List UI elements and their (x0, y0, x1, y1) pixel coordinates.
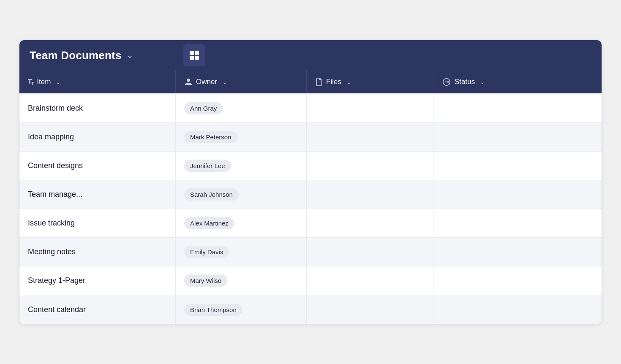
table-row: Strategy 1-Pager Mary Wilso (19, 266, 602, 295)
table-row: Idea mapping Mark Peterson (19, 123, 602, 152)
owner-cell: Jennifer Lee (176, 152, 307, 180)
svg-rect-3 (195, 56, 199, 60)
column-files-label: Files (326, 78, 341, 86)
owner-badge: Sarah Johnson (184, 188, 239, 201)
title-section: Team Documents ⌄ (19, 40, 180, 71)
owner-cell: Mary Wilso (176, 266, 307, 295)
status-col-chevron-icon[interactable]: ⌄ (480, 79, 485, 85)
owner-cell: Sarah Johnson (176, 180, 307, 209)
owner-cell: Alex Martinez (176, 209, 307, 237)
status-cell (433, 94, 602, 122)
item-name: Team manage... (28, 190, 82, 199)
item-name: Idea mapping (28, 133, 74, 141)
file-icon (315, 78, 323, 86)
title-chevron-icon[interactable]: ⌄ (127, 51, 133, 60)
owner-col-chevron-icon[interactable]: ⌄ (222, 79, 227, 85)
owner-cell: Emily Davis (176, 238, 307, 266)
files-col-chevron-icon[interactable]: ⌄ (346, 79, 351, 85)
item-cell: Issue tracking (19, 209, 176, 237)
item-cell: Content calendar (19, 295, 176, 324)
owner-cell: Brian Thompson (176, 295, 307, 324)
item-name: Content designs (28, 161, 83, 170)
files-cell (307, 266, 433, 295)
files-cell (307, 295, 433, 324)
table-row: Brainstorm deck Ann Gray (19, 94, 602, 123)
owner-badge: Ann Gray (184, 102, 223, 114)
owner-badge: Jennifer Lee (184, 160, 231, 172)
status-cell (433, 266, 602, 295)
status-cell (433, 238, 602, 266)
item-cell: Content designs (19, 152, 176, 180)
table-body: Brainstorm deck Ann Gray Idea mapping Ma… (19, 94, 602, 324)
person-icon (184, 78, 193, 86)
item-cell: Meeting notes (19, 238, 176, 266)
files-cell (307, 123, 433, 151)
table-row: Meeting notes Emily Davis (19, 238, 602, 266)
column-header-owner[interactable]: Owner ⌄ (176, 71, 307, 93)
status-cell (433, 152, 602, 180)
item-name: Issue tracking (28, 219, 75, 228)
table-row: Content designs Jennifer Lee (19, 152, 602, 180)
files-cell (307, 152, 433, 180)
svg-rect-2 (190, 56, 194, 60)
files-cell (307, 94, 433, 122)
item-name: Meeting notes (28, 247, 76, 256)
status-cell (433, 295, 602, 324)
item-name: Content calendar (28, 305, 86, 314)
column-status-label: Status (455, 78, 475, 86)
status-icon (442, 77, 451, 87)
column-header-files[interactable]: Files ⌄ (307, 71, 433, 93)
status-cell (433, 180, 602, 209)
column-header-item[interactable]: TT Item ⌄ (19, 71, 176, 93)
grid-icon (189, 50, 200, 61)
files-cell (307, 238, 433, 266)
column-owner-label: Owner (196, 78, 217, 86)
owner-badge: Emily Davis (184, 246, 229, 258)
svg-point-5 (448, 81, 449, 82)
column-headers: TT Item ⌄ Owner ⌄ Files ⌄ Status (19, 71, 602, 94)
column-header-status[interactable]: Status ⌄ (433, 71, 602, 93)
table-row: Team manage... Sarah Johnson (19, 180, 602, 209)
owner-badge: Mark Peterson (184, 131, 237, 143)
owner-badge: Brian Thompson (184, 304, 242, 316)
item-col-chevron-icon[interactable]: ⌄ (56, 79, 61, 85)
files-cell (307, 209, 433, 237)
item-cell: Strategy 1-Pager (19, 266, 176, 295)
item-cell: Idea mapping (19, 123, 176, 151)
item-cell: Team manage... (19, 180, 176, 209)
column-item-label: Item (37, 78, 51, 86)
item-name: Strategy 1-Pager (28, 276, 85, 285)
svg-rect-0 (190, 51, 194, 55)
owner-badge: Mary Wilso (184, 274, 227, 287)
table-header-bar: Team Documents ⌄ (19, 40, 602, 71)
item-name: Brainstorm deck (28, 104, 83, 113)
grid-view-button[interactable] (183, 44, 205, 66)
table-row: Content calendar Brian Thompson (19, 295, 602, 324)
table-row: Issue tracking Alex Martinez (19, 209, 602, 238)
owner-cell: Ann Gray (176, 94, 307, 122)
team-documents-table: Team Documents ⌄ TT Item ⌄ Owner ⌄ (19, 40, 602, 324)
status-cell (433, 123, 602, 151)
svg-rect-1 (195, 51, 199, 55)
item-cell: Brainstorm deck (19, 94, 176, 122)
text-type-icon: TT (28, 78, 33, 86)
status-cell (433, 209, 602, 237)
owner-cell: Mark Peterson (176, 123, 307, 151)
files-cell (307, 180, 433, 209)
table-title: Team Documents (30, 49, 122, 62)
owner-badge: Alex Martinez (184, 217, 234, 229)
